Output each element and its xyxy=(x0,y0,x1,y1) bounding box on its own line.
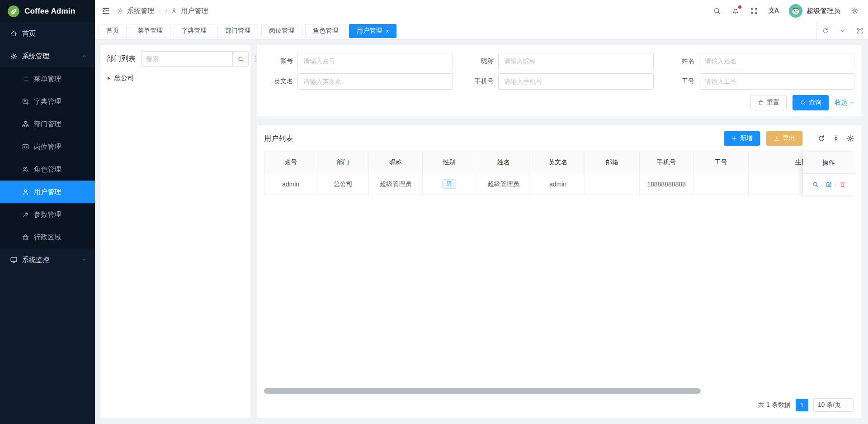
tab-dict-mgmt[interactable]: 字典管理 xyxy=(174,24,214,38)
sidebar-fold-button[interactable] xyxy=(101,6,110,15)
account-input[interactable] xyxy=(297,53,453,69)
tab-role-mgmt[interactable]: 角色管理 xyxy=(305,24,346,38)
sidebar-item-param-mgmt[interactable]: 参数管理 xyxy=(0,203,95,226)
department-search-button[interactable] xyxy=(232,51,249,67)
notification-badge xyxy=(738,5,741,9)
sidebar-submenu: 菜单管理 字典管理 部门管理 岗位管理 角色管理 用户管理 xyxy=(0,67,95,248)
department-search xyxy=(141,51,249,67)
tree-expand-icon[interactable] xyxy=(108,76,110,80)
total-count-label: 共 1 条数据 xyxy=(758,401,791,409)
tab-home[interactable]: 首页 xyxy=(99,24,127,38)
action-divider xyxy=(822,181,822,187)
gender-tag: 男 xyxy=(442,179,456,189)
col-header-account: 账号 xyxy=(264,152,317,173)
query-button[interactable]: 查询 xyxy=(793,95,829,110)
org-chart-icon xyxy=(22,120,29,128)
sidebar-item-system-monitor[interactable]: 系统监控 xyxy=(0,248,95,271)
field-work-no: 工号 xyxy=(665,73,854,90)
sidebar-item-label: 行政区域 xyxy=(34,233,61,242)
col-header-name: 姓名 xyxy=(476,152,531,173)
sidebar-item-label: 岗位管理 xyxy=(34,143,61,151)
row-height-button[interactable] xyxy=(832,134,840,143)
translate-button[interactable]: 文A xyxy=(769,7,778,15)
cell-email xyxy=(585,173,640,195)
name-input[interactable] xyxy=(699,53,854,69)
tabs-refresh-button[interactable] xyxy=(816,22,834,39)
sidebar-item-home[interactable]: 首页 xyxy=(0,22,95,45)
user-icon xyxy=(170,7,178,14)
avatar xyxy=(789,4,802,18)
export-button[interactable]: 导出 xyxy=(766,131,802,146)
people-icon xyxy=(22,166,29,173)
sidebar-item-dict-mgmt[interactable]: 字典管理 xyxy=(0,90,95,113)
tabs-maximize-button[interactable] xyxy=(851,22,868,39)
cell-nickname: 超级管理员 xyxy=(369,173,423,195)
global-search-button[interactable] xyxy=(713,7,721,15)
topbar: 系统管理 / 用户管理 文A xyxy=(95,0,868,22)
horizontal-scrollbar xyxy=(264,388,854,394)
nickname-input[interactable] xyxy=(498,53,654,69)
sidebar-item-post-mgmt[interactable]: 岗位管理 xyxy=(0,135,95,158)
sidebar-item-menu-mgmt[interactable]: 菜单管理 xyxy=(0,67,95,90)
sidebar-item-user-mgmt[interactable]: 用户管理 xyxy=(0,181,95,203)
user-icon xyxy=(22,188,29,196)
action-divider xyxy=(835,181,836,187)
sidebar-item-role-mgmt[interactable]: 角色管理 xyxy=(0,158,95,181)
download-icon xyxy=(774,135,780,142)
cell-work-no xyxy=(693,173,749,195)
sidebar-item-system-mgmt[interactable]: 系统管理 xyxy=(0,45,95,67)
sidebar-item-dept-mgmt[interactable]: 部门管理 xyxy=(0,113,95,135)
toolbar-divider xyxy=(810,134,810,143)
table-refresh-button[interactable] xyxy=(817,134,826,143)
tabs-dropdown-button[interactable] xyxy=(834,22,851,39)
settings-button[interactable] xyxy=(851,7,859,15)
tree-node-label: 总公司 xyxy=(114,74,134,82)
breadcrumb: 系统管理 / 用户管理 xyxy=(117,7,208,15)
delete-icon[interactable] xyxy=(839,181,846,188)
refresh-icon xyxy=(822,27,829,34)
chevron-up-icon xyxy=(81,53,87,59)
reset-button[interactable]: 重置 xyxy=(750,95,787,110)
tab-user-mgmt[interactable]: 用户管理 x xyxy=(349,24,396,38)
user-menu[interactable]: 超级管理员 xyxy=(789,4,840,18)
en-name-input[interactable] xyxy=(297,73,453,90)
view-icon[interactable] xyxy=(812,181,819,188)
sidebar-item-label: 菜单管理 xyxy=(34,75,61,83)
cell-phone: 18888888888 xyxy=(640,173,693,195)
scrollbar-thumb[interactable] xyxy=(264,388,701,394)
tab-close-icon[interactable]: x xyxy=(386,28,389,33)
work-no-input[interactable] xyxy=(699,73,854,90)
sidebar-item-admin-region[interactable]: 行政区域 xyxy=(0,226,95,248)
list-icon xyxy=(22,75,29,83)
fullscreen-icon xyxy=(750,7,758,15)
tab-menu-mgmt[interactable]: 菜单管理 xyxy=(130,24,170,38)
department-panel: 部门列表 总公司 xyxy=(100,45,250,418)
edit-icon[interactable] xyxy=(826,181,832,188)
app-logo: Coffee Admin xyxy=(0,0,95,22)
page-1-button[interactable]: 1 xyxy=(796,399,808,411)
page-size-select[interactable]: 10 条/页 xyxy=(813,398,854,412)
maximize-icon xyxy=(856,27,863,34)
add-user-button[interactable]: 新增 xyxy=(724,131,760,146)
sidebar-item-label: 字典管理 xyxy=(34,97,61,106)
refresh-icon xyxy=(817,134,826,143)
phone-input[interactable] xyxy=(498,73,654,90)
column-settings-button[interactable] xyxy=(846,134,854,143)
chevron-down-icon xyxy=(839,27,846,34)
collapse-filter-link[interactable]: 收起 xyxy=(835,99,854,107)
filter-panel: 账号 昵称 姓名 英文名 xyxy=(257,45,862,116)
tree-node-root[interactable]: 总公司 xyxy=(107,74,244,82)
fullscreen-button[interactable] xyxy=(750,7,758,15)
tab-dept-mgmt[interactable]: 部门管理 xyxy=(217,24,258,38)
sidebar-item-label: 参数管理 xyxy=(34,210,61,219)
tab-post-mgmt[interactable]: 岗位管理 xyxy=(261,24,302,38)
menu-fold-icon xyxy=(101,6,110,15)
field-name: 姓名 xyxy=(665,53,854,69)
department-search-input[interactable] xyxy=(141,51,232,67)
notifications-button[interactable] xyxy=(731,7,740,15)
caret-down-icon xyxy=(157,9,162,14)
breadcrumb-level1[interactable]: 系统管理 xyxy=(127,7,154,15)
id-card-icon xyxy=(22,143,29,151)
tabbar: 首页 菜单管理 字典管理 部门管理 岗位管理 角色管理 用户管理 x xyxy=(95,22,868,40)
search-icon xyxy=(713,7,721,15)
